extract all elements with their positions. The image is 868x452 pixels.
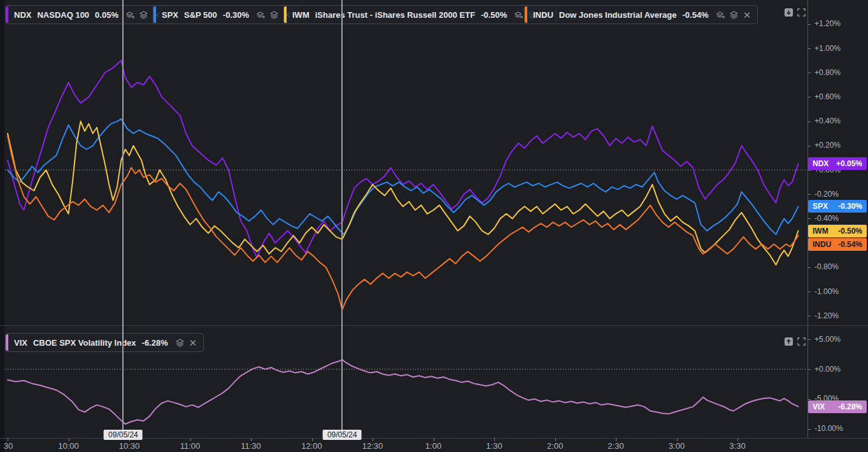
close-icon[interactable]: ✕: [743, 10, 752, 20]
ndx-line[interactable]: [8, 60, 799, 257]
iwm-line[interactable]: [8, 122, 799, 265]
price-axis-tick: [808, 97, 811, 97]
price-axis-tick: [808, 399, 811, 400]
time-axis-label: 3:00: [669, 441, 685, 451]
layers-icon[interactable]: [269, 10, 279, 20]
collapse-pane-icon[interactable]: [784, 8, 793, 17]
price-axis-tick: [808, 429, 811, 430]
indu-color-bar: [525, 6, 527, 23]
badge-symbol: IWM: [813, 227, 829, 236]
legend-actions: ✕: [175, 338, 198, 348]
time-axis-label: 3:30: [729, 441, 745, 451]
indu-price-badge: INDU-0.54%: [808, 238, 867, 251]
price-axis-label: +0.40%: [815, 117, 841, 125]
price-axis-tick: [808, 122, 811, 122]
close-icon[interactable]: ✕: [189, 338, 198, 348]
legend-item-ndx[interactable]: NDX NASDAQ 100 0.05% ✕: [5, 5, 168, 24]
layers-add-icon[interactable]: [514, 10, 523, 20]
legend-symbol: VIX: [14, 338, 27, 348]
legend-symbol: SPX: [162, 10, 178, 20]
price-axis-label: +1.00%: [815, 44, 841, 53]
legend-item-iwm[interactable]: IWM iShares Trust - iShares Russell 2000…: [283, 5, 557, 24]
pane-separator[interactable]: [0, 325, 868, 326]
price-axis-label: -0.40%: [815, 214, 839, 223]
price-axis-label: -1.00%: [815, 287, 839, 296]
time-axis-label: 2:30: [608, 441, 623, 451]
price-axis-label: -1.20%: [815, 311, 839, 320]
chart-plot-area[interactable]: [0, 0, 808, 438]
ndx-color-bar: [6, 6, 8, 23]
iwm-color-bar: [284, 6, 287, 23]
time-axis-label: 1:00: [425, 441, 441, 451]
price-axis-label: +1.20%: [815, 19, 841, 28]
price-axis-label: +0.80%: [815, 68, 841, 77]
iwm-price-badge: IWM-0.50%: [808, 225, 867, 237]
date-marker-label: 09/05/24: [323, 430, 362, 440]
maximize-pane-icon[interactable]: [797, 337, 806, 346]
legend-name: iShares Trust - iShares Russell 2000 ETF: [315, 10, 475, 20]
price-axis-tick: [808, 194, 811, 195]
legend-item-spx[interactable]: SPX S&P 500 -0.30% ✕: [153, 5, 299, 24]
price-axis-tick: [808, 24, 811, 25]
restore-pane-icon[interactable]: [784, 337, 793, 346]
vix-color-bar: [6, 334, 8, 351]
badge-symbol: NDX: [813, 159, 829, 168]
price-axis-label: +0.60%: [815, 92, 841, 101]
chart-left-frame: [0, 0, 4, 452]
date-marker-label: 09/05/24: [104, 430, 143, 440]
legend-name: CBOE SPX Volatility Index: [33, 338, 136, 348]
price-axis-tick: [808, 146, 811, 146]
layers-add-icon[interactable]: [125, 10, 135, 20]
price-axis-label: +0.20%: [815, 141, 841, 150]
price-axis-tick: [808, 292, 811, 292]
legend-item-indu[interactable]: INDU Dow Jones Industrial Average -0.54%…: [524, 5, 758, 24]
price-axis-tick: [808, 316, 811, 316]
legend-symbol: IWM: [292, 10, 309, 20]
legend-name: S&P 500: [184, 10, 217, 20]
badge-symbol: INDU: [813, 240, 831, 249]
layers-add-icon[interactable]: [256, 10, 266, 20]
legend-change: -0.30%: [223, 10, 249, 20]
time-axis-label: 12:00: [301, 441, 322, 451]
legend-change: 0.05%: [95, 10, 118, 20]
legend-item-vix[interactable]: VIX CBOE SPX Volatility Index -6.28% ✕: [5, 333, 204, 352]
price-axis-tick: [808, 170, 811, 171]
badge-value: -0.54%: [838, 240, 862, 249]
legend-actions: ✕: [716, 10, 752, 20]
date-marker-line[interactable]: [122, 0, 124, 438]
badge-symbol: VIX: [813, 402, 825, 411]
date-marker-line[interactable]: [341, 0, 343, 438]
layers-icon[interactable]: [175, 338, 185, 348]
time-axis-label: 10:30: [119, 441, 140, 451]
time-axis-label: 2:00: [547, 441, 563, 451]
price-axis-tick: [808, 218, 811, 219]
badge-symbol: SPX: [813, 202, 828, 211]
price-axis-tick: [808, 369, 811, 370]
legend-name: NASDAQ 100: [37, 10, 89, 20]
price-axis-tick: [808, 48, 811, 49]
pane2-controls: [784, 337, 806, 346]
legend-symbol: NDX: [14, 10, 31, 20]
legend-name: Dow Jones Industrial Average: [559, 10, 677, 20]
badge-value: +0.05%: [836, 159, 862, 168]
price-axis-tick: [808, 267, 811, 268]
price-axis-label: -0.80%: [815, 262, 839, 271]
time-axis-label: 11:30: [241, 441, 261, 451]
layers-add-icon[interactable]: [716, 10, 725, 20]
legend-change: -0.54%: [682, 10, 708, 20]
time-axis-label: 30: [4, 441, 13, 451]
price-axis-tick: [808, 73, 811, 73]
layers-icon[interactable]: [139, 10, 148, 20]
price-axis-label: -0.20%: [815, 190, 839, 199]
badge-value: -0.30%: [838, 202, 862, 211]
indu-line[interactable]: [8, 136, 799, 310]
pane1-controls: [784, 8, 806, 17]
badge-value: -0.50%: [838, 227, 862, 236]
time-axis-label: 1:30: [486, 441, 502, 451]
price-axis-tick: [808, 339, 811, 340]
legend-change: -6.28%: [142, 338, 168, 348]
legend-symbol: INDU: [533, 10, 553, 20]
spx-color-bar: [153, 6, 156, 23]
maximize-pane-icon[interactable]: [797, 8, 806, 17]
layers-icon[interactable]: [729, 10, 739, 20]
